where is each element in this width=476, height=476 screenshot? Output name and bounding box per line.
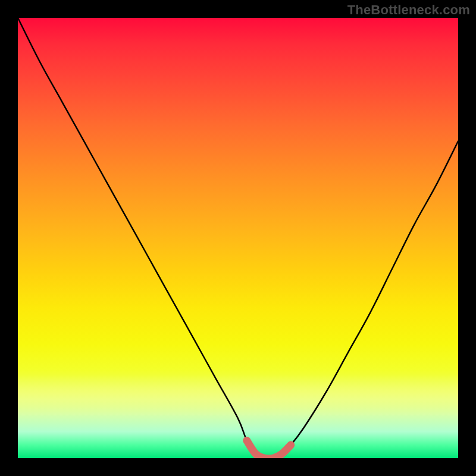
watermark-text: TheBottleneck.com <box>347 2 470 18</box>
flat-bottom-highlight <box>247 440 291 458</box>
plot-area <box>18 18 458 458</box>
bottleneck-curve <box>18 18 458 458</box>
chart-frame: TheBottleneck.com <box>0 0 476 476</box>
chart-svg <box>18 18 458 458</box>
